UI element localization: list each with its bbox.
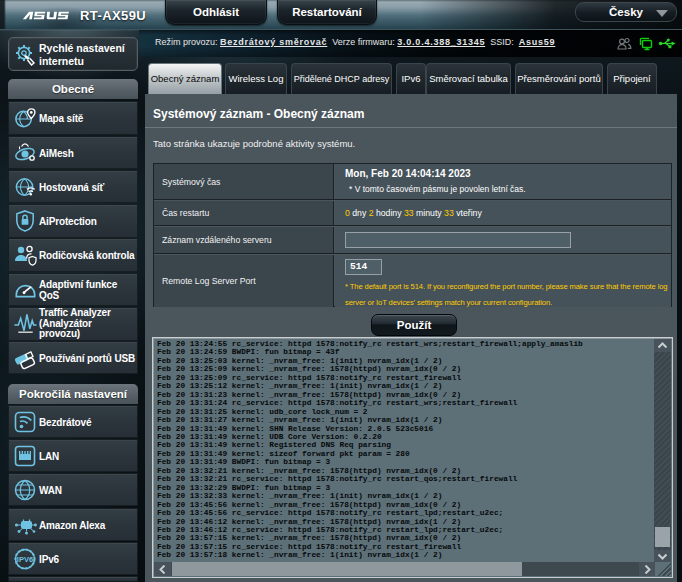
svg-text:IPV6: IPV6	[17, 555, 33, 564]
